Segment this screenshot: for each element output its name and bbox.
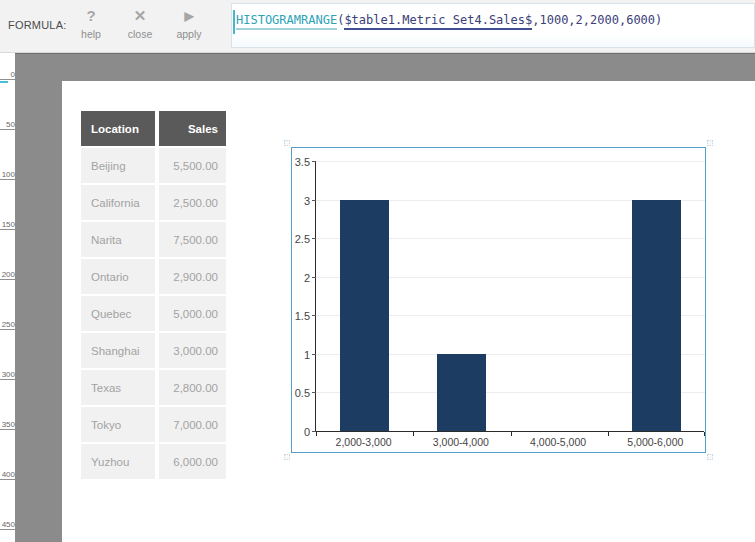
table-cell-sales: 5,000.00	[159, 296, 226, 331]
ruler-tick: 300	[0, 369, 15, 380]
histogram-bar	[632, 200, 681, 431]
table-cell-sales: 2,500.00	[159, 185, 226, 220]
y-axis-tick	[312, 161, 316, 162]
app-window: FORMULA: ? help ✕ close ▶ apply HISTOGRA…	[0, 0, 755, 542]
ruler-tick: 450	[0, 519, 15, 530]
x-axis-label: 3,000-4,000	[412, 436, 509, 448]
close-icon: ✕	[117, 6, 163, 26]
ruler-tick: 350	[0, 419, 15, 430]
formula-field-reference: $table1.Metric Set4.Sales$	[344, 13, 532, 30]
canvas-page[interactable]: LocationSalesBeijing5,500.00California2,…	[62, 81, 755, 542]
table-cell-sales: 2,800.00	[159, 370, 226, 405]
text-cursor	[233, 10, 235, 34]
table-cell-location: Yuzhou	[81, 444, 155, 479]
table-header-sales: Sales	[159, 111, 226, 146]
ruler-tick: 150	[0, 219, 15, 230]
y-axis-label: 0	[292, 426, 313, 438]
y-axis-label: 3.5	[292, 156, 313, 168]
ruler-tick: 400	[0, 469, 15, 480]
apply-icon: ▶	[166, 6, 212, 26]
table-cell-sales: 2,900.00	[159, 259, 226, 294]
ruler-tick: 50	[0, 119, 15, 130]
x-axis-label: 5,000-6,000	[607, 436, 704, 448]
formula-expression: HISTOGRAMRANGE($table1.Metric Set4.Sales…	[236, 13, 662, 27]
y-axis-label: 3	[292, 195, 313, 207]
y-axis-label: 0.5	[292, 387, 313, 399]
y-axis-label: 2	[292, 272, 313, 284]
formula-toolbar: FORMULA: ? help ✕ close ▶ apply HISTOGRA…	[0, 0, 755, 53]
table-header-location: Location	[81, 111, 155, 146]
resize-handle-top-right[interactable]	[707, 140, 713, 146]
y-axis-tick	[312, 315, 316, 316]
formula-label: FORMULA:	[8, 19, 66, 31]
ruler-tick: 0	[0, 69, 15, 80]
table-cell-location: Tokyo	[81, 407, 155, 442]
y-axis-tick	[312, 277, 316, 278]
y-axis-tick	[312, 238, 316, 239]
vertical-ruler: 050100150200250300350400450	[0, 53, 15, 542]
gridline	[316, 161, 705, 162]
table-cell-sales: 6,000.00	[159, 444, 226, 479]
canvas-workspace: 050100150200250300350400450 LocationSale…	[0, 53, 755, 542]
table-cell-location: Ontario	[81, 259, 155, 294]
table-cell-location: Quebec	[81, 296, 155, 331]
help-button-label: help	[68, 28, 114, 40]
y-axis-label: 2.5	[292, 233, 313, 245]
ruler-tick: 250	[0, 319, 15, 330]
close-button-label: close	[117, 28, 163, 40]
formula-arguments: ,1000,2,2000,6000)	[532, 13, 662, 27]
close-button[interactable]: ✕ close	[117, 6, 163, 40]
x-axis-tick	[704, 432, 705, 436]
table-cell-sales: 7,500.00	[159, 222, 226, 257]
y-axis-tick	[312, 392, 316, 393]
table-cell-location: Texas	[81, 370, 155, 405]
resize-handle-bottom-left[interactable]	[284, 454, 290, 460]
help-icon: ?	[68, 6, 114, 26]
ruler-tick: 200	[0, 269, 15, 280]
formula-function-token: HISTOGRAMRANGE	[236, 13, 337, 30]
ruler-origin-marker	[0, 81, 8, 83]
y-axis-labels: 00.511.522.533.5	[292, 162, 313, 432]
histogram-bar	[340, 200, 389, 431]
y-axis-tick	[312, 354, 316, 355]
table-cell-location: California	[81, 185, 155, 220]
resize-handle-top-left[interactable]	[284, 140, 290, 146]
ruler-tick: 100	[0, 169, 15, 180]
formula-input[interactable]: HISTOGRAMRANGE($table1.Metric Set4.Sales…	[231, 3, 755, 48]
apply-button[interactable]: ▶ apply	[166, 6, 212, 40]
y-axis-tick	[312, 200, 316, 201]
y-axis-label: 1.5	[292, 310, 313, 322]
plot-area	[315, 162, 704, 432]
table-cell-sales: 5,500.00	[159, 148, 226, 183]
table-cell-sales: 3,000.00	[159, 333, 226, 368]
data-table: LocationSalesBeijing5,500.00California2,…	[81, 111, 226, 479]
table-cell-location: Narita	[81, 222, 155, 257]
x-axis-label: 4,000-5,000	[510, 436, 607, 448]
table-cell-sales: 7,000.00	[159, 407, 226, 442]
resize-handle-bottom-right[interactable]	[707, 454, 713, 460]
apply-button-label: apply	[166, 28, 212, 40]
x-axis-label: 2,000-3,000	[315, 436, 412, 448]
table-cell-location: Beijing	[81, 148, 155, 183]
help-button[interactable]: ? help	[68, 6, 114, 40]
histogram-bar	[437, 354, 486, 431]
y-axis-label: 1	[292, 349, 313, 361]
table-cell-location: Shanghai	[81, 333, 155, 368]
histogram-chart[interactable]: 00.511.522.533.5 2,000-3,0003,000-4,0004…	[291, 147, 706, 453]
